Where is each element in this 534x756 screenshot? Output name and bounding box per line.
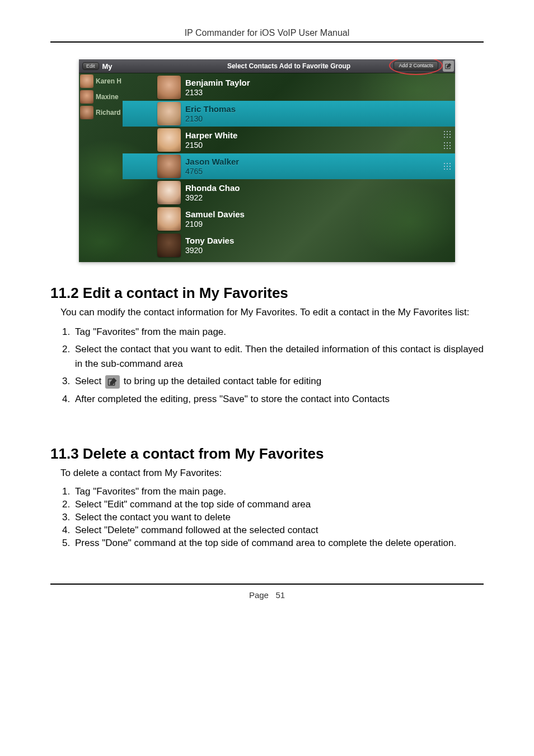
avatar-icon [157, 102, 181, 125]
contact-row[interactable]: Benjamin Taylor 2133 [123, 74, 455, 100]
step-item: After completed the editing, press "Save… [73, 392, 484, 407]
keypad-icon[interactable] [443, 130, 453, 139]
compose-icon [105, 375, 120, 389]
document-header: IP Commander for iOS VoIP User Manual [50, 28, 484, 38]
avatar-icon [80, 74, 93, 88]
avatar-icon [80, 106, 93, 119]
contact-row[interactable]: Harper White 2150 [123, 127, 455, 153]
step-item: Press "Done" command at the top side of … [73, 537, 484, 550]
contact-number: 2109 [185, 220, 245, 228]
section-intro: To delete a contact from My Favorites: [60, 467, 484, 480]
add-contacts-button[interactable]: Add 2 Contacts [394, 61, 438, 71]
contact-row[interactable]: Tony Davies 3920 [123, 232, 455, 258]
keypad-icons-group [443, 130, 453, 150]
step-item: Tag "Favorites" from the main page. [73, 486, 484, 498]
contact-row-selected[interactable]: Eric Thomas 2130 [123, 101, 455, 127]
select-contacts-panel: Select Contacts Add to Favorite Group Ad… [123, 59, 455, 262]
contact-number: 3922 [185, 193, 240, 202]
panel-title: Select Contacts Add to Favorite Group [227, 62, 350, 70]
contact-number: 2133 [185, 88, 250, 97]
step-text: to bring up the detailed contact table f… [124, 376, 321, 386]
steps-list-11-2: Tag "Favorites" from the main page. Sele… [60, 325, 484, 407]
sidebar-item-label: Karen H [96, 77, 121, 85]
avatar-icon [157, 155, 181, 178]
footer-rule [50, 584, 484, 585]
sidebar-item[interactable]: Richard [79, 105, 123, 120]
sidebar-title: My [102, 62, 113, 71]
contact-row-selected[interactable]: Jason Walker 4765 [123, 153, 455, 179]
panel-header: Select Contacts Add to Favorite Group Ad… [123, 59, 455, 73]
contact-name: Tony Davies [185, 236, 234, 245]
step-item: Select the contact that you want to edit… [73, 342, 484, 371]
contact-list: Benjamin Taylor 2133 Eric Thomas 2130 Ha… [123, 73, 455, 258]
contact-number: 4765 [185, 167, 239, 176]
sidebar-header: Edit My [79, 59, 123, 73]
keypad-icon[interactable] [443, 141, 453, 150]
header-rule [50, 41, 484, 43]
step-item: Tag "Favorites" from the main page. [73, 325, 484, 339]
contact-row[interactable]: Samuel Davies 2109 [123, 206, 455, 232]
step-text: Select [75, 376, 104, 386]
sidebar-item-label: Richard [96, 109, 121, 116]
steps-list-11-3: Tag "Favorites" from the main page. Sele… [60, 486, 484, 550]
contact-number: 2130 [185, 114, 236, 123]
avatar-icon [80, 90, 93, 104]
step-item: Select to bring up the detailed contact … [73, 374, 484, 389]
contact-name: Eric Thomas [185, 104, 236, 114]
sidebar-item[interactable]: Maxine [79, 90, 123, 104]
step-item: Select "Delete" command followed at the … [73, 524, 484, 537]
keypad-icons-group [443, 162, 453, 171]
contact-name: Samuel Davies [185, 209, 245, 219]
sidebar-item-label: Maxine [96, 93, 119, 101]
contact-name: Harper White [185, 130, 237, 140]
section-heading-11-3: 11.3 Delete a contact from My Favorites [50, 445, 484, 463]
contact-number: 3920 [185, 246, 234, 255]
contact-name: Benjamin Taylor [185, 78, 250, 87]
section-heading-11-2: 11.2 Edit a contact in My Favorites [50, 284, 484, 302]
avatar-icon [157, 128, 181, 152]
keypad-icon[interactable] [443, 162, 453, 171]
avatar-icon [157, 207, 181, 231]
compose-icon[interactable] [443, 60, 454, 72]
contact-name: Jason Walker [185, 157, 239, 166]
page-number: Page 51 [50, 590, 484, 600]
avatar-icon [157, 181, 181, 204]
sidebar-item[interactable]: Karen H [79, 74, 123, 88]
app-screenshot: Edit My Karen H Maxine Richard Select Co… [79, 59, 455, 262]
section-intro: You can modify the contact information f… [60, 306, 484, 319]
step-item: Select the contact you want to delete [73, 511, 484, 524]
contact-number: 2150 [185, 141, 237, 150]
avatar-icon [157, 234, 181, 257]
contact-name: Rhonda Chao [185, 183, 240, 193]
avatar-icon [157, 76, 181, 99]
edit-button[interactable]: Edit [82, 62, 99, 70]
contact-row[interactable]: Rhonda Chao 3922 [123, 180, 455, 206]
step-item: Select "Edit" command at the top side of… [73, 498, 484, 511]
favorites-sidebar: Edit My Karen H Maxine Richard [79, 59, 123, 262]
